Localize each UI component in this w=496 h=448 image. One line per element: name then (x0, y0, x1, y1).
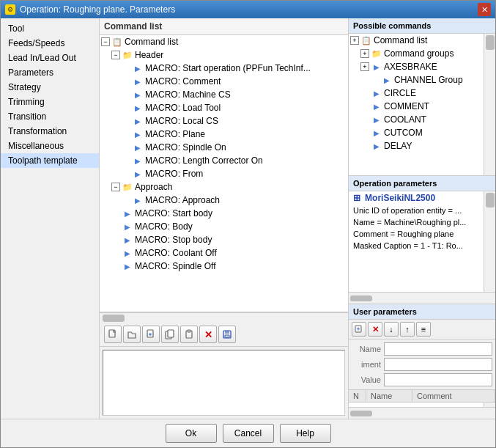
sidebar-item-tool[interactable]: Tool (1, 21, 99, 36)
sidebar-item-transformation[interactable]: Transformation (1, 124, 99, 139)
tree-macro-stop-body[interactable]: ▶ MACRO: Stop body (100, 233, 348, 246)
tree-macro-from[interactable]: ▶ MACRO: From (100, 167, 348, 180)
tree-macro-body[interactable]: ▶ MACRO: Body (100, 220, 348, 233)
param-machine[interactable]: ⊞ MoriSeikiNL2500 (349, 191, 484, 205)
sidebar-item-toolpath[interactable]: Toolpath template (1, 153, 99, 168)
toolbar-save-btn[interactable] (218, 326, 236, 343)
tree-macro-plane[interactable]: ▶ MACRO: Plane (100, 128, 348, 141)
user-down-btn[interactable]: ↓ (384, 322, 399, 337)
title-bar-left: ⚙ Operation: Roughing plane. Parameters (5, 4, 175, 15)
sidebar-item-lead[interactable]: Lead In/Lead Out (1, 51, 99, 65)
svg-rect-10 (225, 335, 229, 337)
op-params-v-scroll[interactable] (484, 191, 495, 292)
tree-label: MACRO: Stop body (135, 235, 212, 245)
param-masked[interactable]: Masked Caption = 1 - T1: Ro... (349, 240, 484, 251)
folder-icon: 📁 (122, 182, 133, 192)
toolbar-btn-2[interactable] (123, 326, 141, 343)
pc-command-groups[interactable]: + 📁 Command groups (349, 47, 484, 60)
tree-macro-machine-cs[interactable]: ▶ MACRO: Machine CS (100, 88, 348, 101)
pc-delay[interactable]: ▶ DELAY (349, 139, 484, 153)
tree-macro-comment[interactable]: ▶ MACRO: Comment (100, 75, 348, 88)
user-add-btn[interactable] (352, 322, 366, 337)
expand-icon[interactable]: + (360, 49, 369, 58)
pc-axesbrake[interactable]: + ▶ AXESBRAKE (349, 60, 484, 73)
sidebar-item-parameters[interactable]: Parameters (1, 65, 99, 80)
tree-label: MACRO: From (145, 169, 203, 179)
tree-macro-spindle-off[interactable]: ▶ MACRO: Spindle Off (100, 260, 348, 273)
folder-icon: 📋 (361, 35, 371, 45)
tree-label: MACRO: Length Corrector On (145, 155, 263, 166)
help-button[interactable]: Help (280, 424, 331, 443)
user-params-section: User parameters ✕ ↓ ↑ ≡ Name (349, 304, 495, 419)
param-name[interactable]: Name = Machine\Roughing pl... (349, 216, 484, 228)
possible-v-scroll[interactable] (484, 34, 495, 175)
pc-coolant[interactable]: ▶ COOLANT (349, 113, 484, 126)
col-name-header: Name (366, 390, 412, 402)
macro-icon: ▶ (122, 261, 133, 271)
comment-input[interactable] (384, 358, 492, 371)
expand-icon[interactable]: − (111, 183, 120, 191)
name-field-row: Name (352, 342, 492, 356)
macro-icon: ▶ (371, 128, 382, 138)
toolbar-btn-5[interactable] (180, 326, 198, 343)
macro-icon: ▶ (371, 114, 382, 125)
expand-icon[interactable]: − (111, 51, 120, 59)
tree-macro-start[interactable]: ▶ MACRO: Start operation (PPFun TechInf.… (100, 62, 348, 75)
toolbar-delete-btn[interactable]: ✕ (199, 326, 217, 343)
user-edit-btn[interactable]: ≡ (416, 322, 431, 337)
pc-channel-group[interactable]: ▶ CHANNEL Group (349, 73, 484, 87)
tree-macro-length-corrector[interactable]: ▶ MACRO: Length Corrector On (100, 154, 348, 167)
value-input[interactable] (384, 373, 492, 386)
sidebar-item-transition[interactable]: Transition (1, 109, 99, 124)
expand-icon[interactable]: + (350, 36, 359, 45)
pc-command-list[interactable]: + 📋 Command list (349, 34, 484, 47)
close-button[interactable]: ✕ (478, 3, 491, 16)
h-scrollbar-middle[interactable] (100, 312, 348, 323)
pc-cutcom[interactable]: ▶ CUTCOM (349, 126, 484, 139)
ok-button[interactable]: Ok (166, 424, 217, 443)
possible-commands-section: Possible commands + 📋 Command list + 📁 C… (349, 18, 495, 176)
user-table-h-scrollbar[interactable] (349, 407, 495, 419)
expand-icon[interactable]: + (360, 62, 369, 71)
param-uid[interactable]: Unic ID of operation entity = ... (349, 205, 484, 216)
tree-macro-spindle-on[interactable]: ▶ MACRO: Spindle On (100, 141, 348, 154)
toolbar-btn-1[interactable] (104, 326, 122, 343)
expand-icon[interactable]: − (101, 37, 110, 46)
sidebar-item-trimming[interactable]: Trimming (1, 95, 99, 109)
tree-macro-start-body[interactable]: ▶ MACRO: Start body (100, 207, 348, 220)
sidebar: Tool Feeds/Speeds Lead In/Lead Out Param… (1, 18, 100, 419)
sidebar-item-miscellaneous[interactable]: Miscellaneous (1, 139, 99, 153)
param-comment[interactable]: Comment = Roughing plane (349, 228, 484, 240)
sidebar-item-strategy[interactable]: Strategy (1, 80, 99, 95)
tree-macro-coolant-off[interactable]: ▶ MACRO: Coolant Off (100, 246, 348, 260)
possible-commands-tree[interactable]: + 📋 Command list + 📁 Command groups + ▶ (349, 34, 484, 175)
name-input[interactable] (384, 342, 492, 356)
cancel-button[interactable]: Cancel (223, 424, 274, 443)
comment-label: iment (352, 360, 381, 369)
tree-label: CIRCLE (384, 88, 416, 98)
tree-macro-local-cs[interactable]: ▶ MACRO: Local CS (100, 114, 348, 128)
h-scroll-thumb[interactable] (103, 315, 125, 322)
toolbar-btn-4[interactable] (161, 326, 179, 343)
tree-command-list[interactable]: − 📋 Command list (100, 35, 348, 48)
user-up-btn[interactable]: ↑ (400, 322, 415, 337)
command-text-area[interactable] (103, 350, 345, 416)
sidebar-item-feeds[interactable]: Feeds/Speeds (1, 36, 99, 51)
pc-comment[interactable]: ▶ COMMENT (349, 100, 484, 113)
macro-icon: ▶ (371, 141, 382, 151)
tree-label: MACRO: Machine CS (145, 89, 231, 100)
possible-commands-header: Possible commands (349, 18, 495, 34)
tree-macro-approach[interactable]: ▶ MACRO: Approach (100, 194, 348, 207)
operation-params-tree[interactable]: ⊞ MoriSeikiNL2500 Unic ID of operation e… (349, 191, 484, 292)
tree-approach[interactable]: − 📁 Approach (100, 180, 348, 194)
tree-label: COOLANT (384, 114, 426, 125)
toolbar-btn-3[interactable] (142, 326, 160, 343)
tree-header[interactable]: − 📁 Header (100, 48, 348, 62)
op-params-h-scrollbar[interactable] (349, 292, 495, 304)
pc-circle[interactable]: ▶ CIRCLE (349, 87, 484, 100)
command-tree[interactable]: − 📋 Command list − 📁 Header ▶ MACRO: Sta… (100, 35, 348, 312)
user-delete-btn[interactable]: ✕ (368, 322, 382, 337)
macro-icon: ▶ (133, 155, 143, 166)
macro-icon: ▶ (122, 221, 133, 232)
tree-macro-load-tool[interactable]: ▶ MACRO: Load Tool (100, 101, 348, 114)
